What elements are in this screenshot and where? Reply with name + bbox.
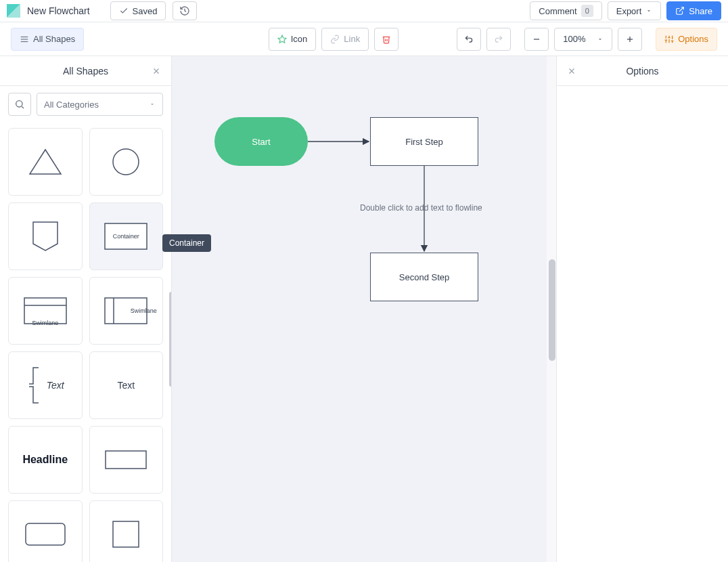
link-icon (330, 35, 340, 44)
icon-label: Icon (291, 34, 308, 44)
history-button[interactable] (173, 1, 197, 20)
shape-circle[interactable] (89, 128, 164, 196)
sidebar-header: All Shapes (0, 56, 171, 86)
shape-rectangle-wide[interactable] (89, 426, 164, 494)
shape-swimlane-vertical[interactable]: Swimlane (89, 277, 164, 345)
comment-count-badge: 0 (581, 5, 593, 17)
node-second-step[interactable]: Second Step (370, 253, 478, 301)
redo-button[interactable] (486, 28, 511, 51)
search-button[interactable] (8, 93, 31, 116)
category-label: All Categories (44, 100, 99, 110)
svg-marker-20 (30, 150, 61, 174)
shape-text[interactable]: Text (89, 351, 164, 419)
square-icon (112, 521, 139, 548)
text-label: Text (117, 380, 135, 391)
shape-container[interactable]: Container (89, 202, 164, 270)
canvas-scrollbar-thumb[interactable] (549, 259, 555, 361)
all-shapes-toggle[interactable]: All Shapes (11, 28, 84, 51)
saved-status-button[interactable]: Saved (110, 1, 166, 20)
svg-rect-28 (106, 451, 146, 469)
options-label: Options (678, 34, 708, 44)
app-logo (7, 4, 20, 18)
offpage-icon (32, 221, 59, 252)
shape-tooltip: Container (162, 234, 211, 252)
shape-headline[interactable]: Headline (8, 426, 83, 494)
category-select[interactable]: All Categories (37, 93, 163, 116)
container-label: Container (113, 233, 139, 240)
svg-point-21 (113, 149, 139, 175)
chevron-down-icon (149, 101, 156, 108)
options-header: Options (557, 56, 728, 86)
zoom-label: 100% (563, 34, 585, 44)
svg-rect-29 (26, 523, 65, 545)
shape-offpage[interactable] (8, 202, 83, 270)
undo-icon (464, 35, 474, 44)
minus-icon (532, 35, 541, 44)
sidebar-filters: All Categories (0, 86, 171, 123)
svg-line-19 (22, 106, 24, 108)
share-icon (675, 6, 685, 16)
node-start[interactable]: Start (214, 117, 308, 166)
shapes-sidebar: All Shapes All Categories (0, 56, 172, 562)
sliders-icon (664, 35, 674, 44)
svg-marker-22 (33, 222, 58, 251)
all-shapes-label: All Shapes (33, 34, 75, 44)
swimlane-v-label: Swimlane (131, 307, 157, 314)
undo-button[interactable] (457, 28, 481, 51)
shape-grid: Container Swimlane Swimlane Text Text He… (0, 123, 171, 562)
canvas-scrollbar-track[interactable] (547, 56, 556, 562)
shape-rounded-rect[interactable] (8, 500, 83, 562)
canvas[interactable]: Start First Step Second Step Double clic… (172, 56, 556, 562)
zoom-out-button[interactable] (524, 28, 549, 51)
close-icon (152, 66, 161, 76)
svg-marker-3 (278, 35, 286, 43)
link-button[interactable]: Link (321, 28, 369, 51)
delete-button[interactable] (374, 28, 399, 51)
headline-label: Headline (22, 454, 68, 466)
swimlane-h-label: Swimlane (32, 320, 58, 326)
history-icon (179, 5, 190, 16)
search-icon (14, 99, 25, 110)
share-label: Share (689, 6, 712, 16)
link-label: Link (344, 34, 360, 44)
toolbar: All Shapes Icon Link 100% Options (0, 22, 728, 56)
options-panel: Options (556, 56, 728, 562)
options-title: Options (568, 66, 717, 77)
plus-icon (625, 35, 635, 44)
trash-icon (382, 35, 391, 44)
node-start-label: Start (252, 137, 270, 147)
export-button[interactable]: Export (608, 1, 662, 20)
topbar: New Flowchart Saved Comment 0 Export Sha… (0, 0, 728, 22)
sidebar-scrollbar-thumb[interactable] (169, 292, 171, 387)
comment-button[interactable]: Comment 0 (530, 1, 601, 20)
rounded-rect-icon (25, 523, 66, 546)
document-title[interactable]: New Flowchart (27, 5, 90, 16)
shape-square[interactable] (89, 500, 164, 562)
star-icon (277, 35, 287, 44)
shape-swimlane-horizontal[interactable]: Swimlane (8, 277, 83, 345)
tooltip-label: Container (169, 238, 204, 248)
options-close-button[interactable] (565, 64, 578, 78)
node-second-step-label: Second Step (399, 272, 449, 282)
flow-hint-text[interactable]: Double click to add text to flowline (360, 203, 482, 213)
shape-text-bracket[interactable]: Text (8, 351, 83, 419)
shape-triangle[interactable] (8, 128, 83, 196)
node-first-step[interactable]: First Step (370, 117, 478, 166)
circle-icon (112, 148, 140, 176)
node-first-step-label: First Step (405, 137, 443, 147)
zoom-select[interactable]: 100% (554, 28, 612, 51)
main: All Shapes All Categories (0, 56, 728, 562)
chevron-down-icon (645, 7, 652, 14)
menu-icon (20, 35, 29, 44)
triangle-icon (28, 148, 62, 175)
close-icon (567, 66, 576, 76)
export-label: Export (616, 6, 642, 16)
options-button[interactable]: Options (656, 28, 717, 51)
icon-button[interactable]: Icon (269, 28, 317, 51)
bracket-icon (26, 366, 44, 404)
text-bracket-label: Text (47, 380, 64, 391)
share-button[interactable]: Share (666, 1, 721, 20)
sidebar-close-button[interactable] (150, 64, 163, 78)
comment-label: Comment (539, 6, 576, 16)
zoom-in-button[interactable] (618, 28, 642, 51)
